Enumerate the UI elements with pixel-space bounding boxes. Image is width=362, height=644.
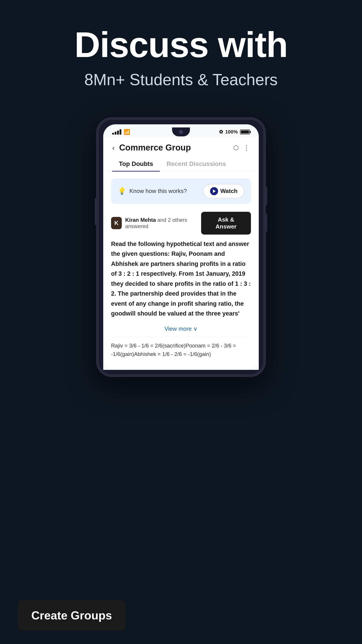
view-more-button[interactable]: View more ∨	[111, 323, 251, 337]
volume-down-button	[265, 214, 267, 232]
tabs-row: Top Doubts Recent Discussions	[112, 157, 250, 172]
signal-bar-1	[112, 133, 114, 134]
page-title: Commerce Group	[119, 143, 191, 152]
know-how-banner: 💡 Know how this works? Watch	[111, 178, 251, 204]
bluetooth-icon: ✿	[219, 129, 223, 135]
signal-bar-2	[115, 132, 116, 134]
share-icon[interactable]: ⬡️	[233, 144, 239, 152]
notch-cutout	[172, 128, 190, 136]
wifi-icon: 📶	[124, 129, 130, 135]
play-triangle	[213, 190, 216, 193]
more-options-icon[interactable]: ⋮	[243, 144, 250, 152]
hero-title: Discuss with	[18, 27, 344, 62]
tab-top-doubts[interactable]: Top Doubts	[112, 157, 160, 172]
question-text: Read the following hypothetical text and…	[111, 239, 251, 319]
status-right: ✿ 100%	[219, 129, 250, 135]
nav-left: ‹ Commerce Group	[112, 143, 191, 152]
signal-bar-3	[117, 130, 119, 134]
know-how-text: Know how this works?	[129, 188, 187, 194]
phone-frame: 📶 ✿ 100%	[96, 117, 266, 377]
answered-name: Kiran Mehta	[125, 217, 156, 223]
app-content: ‹ Commerce Group ⬡️ ⋮ Top Doubts Recent …	[103, 137, 259, 370]
power-button	[95, 198, 97, 225]
phone-mockup: 📶 ✿ 100%	[96, 117, 266, 377]
battery-percent: 100%	[225, 129, 238, 135]
answer-text: Rajiv = 3/6 - 1/6 = 2/6(sacrifice)Poonam…	[111, 337, 251, 363]
hero-subtitle: 8Mn+ Students & Teachers	[18, 69, 344, 90]
play-icon	[210, 187, 218, 195]
hero-section: Discuss with 8Mn+ Students & Teachers	[0, 0, 362, 104]
bulb-icon: 💡	[118, 187, 126, 195]
battery-icon	[240, 130, 250, 134]
watch-label: Watch	[220, 188, 238, 194]
tab-recent-discussions[interactable]: Recent Discussions	[160, 157, 233, 172]
signal-icon	[112, 129, 121, 134]
notch	[172, 128, 190, 136]
phone-screen: 📶 ✿ 100%	[103, 124, 259, 370]
answered-left: K Kiran Mehta and 2 others answered	[111, 217, 201, 230]
avatar: K	[111, 217, 122, 229]
app-body: 💡 Know how this works? Watch	[103, 172, 259, 370]
answered-text: Kiran Mehta and 2 others answered	[125, 217, 201, 230]
status-bar: 📶 ✿ 100%	[103, 124, 259, 137]
signal-bar-4	[120, 129, 121, 134]
know-how-left: 💡 Know how this works?	[118, 187, 187, 195]
ask-answer-button[interactable]: Ask & Answer	[201, 212, 251, 234]
status-left: 📶	[112, 129, 130, 135]
watch-button[interactable]: Watch	[203, 184, 244, 198]
back-button[interactable]: ‹	[112, 143, 115, 152]
nav-row: ‹ Commerce Group ⬡️ ⋮	[112, 143, 250, 152]
answered-row: K Kiran Mehta and 2 others answered Ask …	[111, 212, 251, 234]
app-header: ‹ Commerce Group ⬡️ ⋮ Top Doubts Recent …	[103, 137, 259, 172]
battery-fill	[241, 130, 249, 134]
volume-up-button	[265, 187, 267, 205]
camera-dot	[179, 130, 183, 134]
nav-right: ⬡️ ⋮	[233, 144, 250, 152]
create-groups-button[interactable]: Create Groups	[18, 600, 125, 630]
